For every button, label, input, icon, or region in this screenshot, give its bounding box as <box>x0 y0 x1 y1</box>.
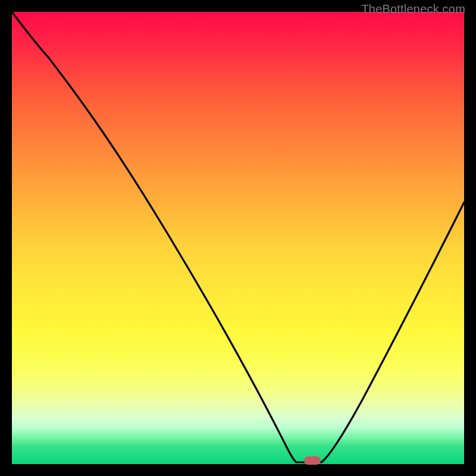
bottleneck-chart: TheBottleneck.com <box>0 0 476 476</box>
plot-area <box>12 12 464 464</box>
watermark-text: TheBottleneck.com <box>361 2 465 16</box>
optimal-marker <box>304 456 321 465</box>
curve-svg <box>12 12 464 464</box>
bottleneck-curve-path <box>12 12 464 462</box>
